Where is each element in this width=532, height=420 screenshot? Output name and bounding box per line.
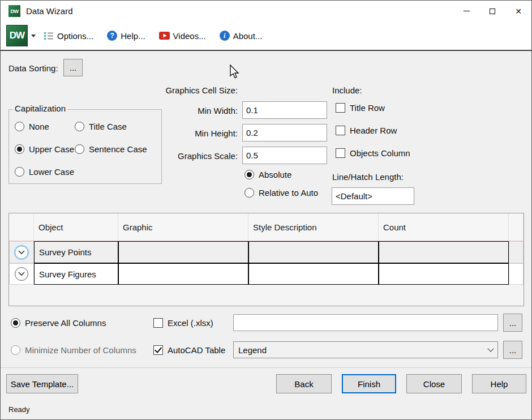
table-cell-object[interactable]: Survey Points [34, 241, 118, 263]
cap-sentence-case-label: Sentence Case [89, 144, 147, 154]
radio-circle [15, 144, 24, 154]
back-button[interactable]: Back [276, 374, 332, 393]
checkbox-title-row[interactable]: Title Row [336, 103, 385, 113]
radio-circle [15, 122, 24, 131]
title-row-label: Title Row [350, 103, 385, 113]
titlebar: DW Data Wizard [1, 1, 531, 22]
list-icon [44, 32, 54, 40]
radio-cap-lower-case[interactable]: Lower Case [15, 167, 74, 177]
cap-none-label: None [29, 122, 49, 131]
help-button-footer[interactable]: Help [472, 374, 526, 393]
close-dialog-button[interactable]: Close [406, 374, 462, 393]
table-cell-graphic[interactable] [118, 263, 248, 285]
table-row-expand-cell [9, 263, 34, 285]
videos-button[interactable]: Videos... [159, 31, 206, 41]
line-hatch-length-label: Line/Hatch Length: [332, 172, 404, 182]
radio-absolute[interactable]: Absolute [244, 170, 291, 179]
table-header-object: Object [34, 213, 118, 241]
data-sorting-browse-button[interactable]: ... [63, 59, 83, 76]
about-label: About... [233, 31, 263, 41]
minimize-button[interactable] [453, 1, 479, 22]
autocad-browse-button[interactable]: ... [503, 341, 522, 359]
min-height-input[interactable] [242, 124, 327, 142]
chevron-down-icon [18, 272, 25, 276]
save-template-button[interactable]: Save Template... [6, 374, 78, 393]
videos-label: Videos... [173, 31, 206, 41]
radio-minimize-number-of-columns[interactable]: Minimize Number of Columns [11, 345, 136, 355]
radio-relative-label: Relative to Auto [259, 188, 318, 198]
maximize-icon [490, 8, 495, 14]
table-header-expand [9, 213, 34, 241]
about-button[interactable]: About... [220, 31, 263, 41]
table-cell-style-description[interactable] [248, 241, 379, 263]
autocad-table-style-select[interactable]: Legend [233, 341, 498, 358]
options-button[interactable]: Options... [44, 31, 93, 41]
objects-column-label: Objects Column [350, 148, 410, 158]
table-cell-style-description[interactable] [248, 263, 379, 285]
minimize-icon [464, 11, 470, 11]
radio-cap-none[interactable]: None [15, 122, 49, 131]
table-cell-object[interactable]: Survey Figures [34, 263, 118, 285]
radio-preserve-all-columns[interactable]: Preserve All Columns [11, 318, 106, 328]
table-row-expand-cell [9, 241, 34, 263]
excel-label: Excel (.xlsx) [168, 318, 213, 328]
radio-circle [75, 122, 84, 131]
capitalization-group-label: Capitalization [12, 104, 68, 113]
excel-browse-button[interactable]: ... [503, 314, 522, 332]
table-cell-trailing [509, 241, 524, 263]
table-cell-graphic[interactable] [118, 241, 248, 263]
table-cell-count[interactable] [379, 263, 509, 285]
table-cell-trailing [509, 263, 524, 285]
radio-cap-upper-case[interactable]: Upper Case [15, 144, 74, 154]
objects-table: Object Graphic Style Description Count S… [8, 213, 524, 306]
capitalization-group: Capitalization None Title Case Upper Cas… [8, 109, 162, 184]
data-wizard-window: DW Data Wizard DW Options... Help... Vid… [0, 0, 532, 420]
logo-dropdown-icon[interactable] [31, 35, 36, 37]
table-header-style-description: Style Description [248, 213, 379, 241]
toolbar: DW Options... Help... Videos... About... [1, 22, 531, 51]
expand-row-button[interactable] [15, 246, 28, 259]
mouse-cursor [229, 65, 239, 79]
checkbox-objects-column[interactable]: Objects Column [336, 148, 410, 158]
radio-cap-title-case[interactable]: Title Case [75, 122, 127, 131]
radio-absolute-label: Absolute [259, 170, 291, 179]
graphics-scale-input[interactable] [242, 147, 327, 164]
radio-circle [11, 345, 20, 355]
help-button[interactable]: Help... [107, 31, 145, 41]
app-logo-button[interactable]: DW [6, 25, 28, 46]
checkbox-header-row[interactable]: Header Row [336, 126, 397, 135]
table-empty-area [9, 285, 524, 306]
table-cell-count[interactable] [379, 241, 509, 263]
maximize-button[interactable] [479, 1, 505, 22]
help-icon [107, 31, 117, 41]
graphics-cell-size-heading: Graphics Cell Size: [136, 85, 238, 95]
radio-circle [75, 144, 84, 154]
close-icon [515, 6, 522, 16]
finish-button[interactable]: Finish [342, 374, 396, 393]
radio-cap-sentence-case[interactable]: Sentence Case [75, 144, 147, 154]
radio-circle [244, 188, 254, 198]
radio-circle [15, 167, 24, 177]
radio-circle [11, 318, 20, 328]
min-width-input[interactable] [242, 101, 327, 119]
checkbox-box [153, 345, 163, 355]
checkbox-box [336, 103, 345, 113]
checkbox-excel[interactable]: Excel (.xlsx) [153, 318, 213, 328]
chevron-down-icon [487, 345, 494, 352]
table-header-graphic: Graphic [118, 213, 248, 241]
cap-title-case-label: Title Case [89, 122, 127, 131]
chevron-down-icon [18, 250, 25, 255]
app-icon: DW [8, 5, 20, 17]
expand-row-button[interactable] [15, 267, 28, 281]
options-label: Options... [57, 31, 93, 41]
header-row-label: Header Row [350, 126, 397, 135]
radio-relative-to-auto[interactable]: Relative to Auto [244, 188, 318, 198]
excel-path-input[interactable] [233, 314, 498, 331]
close-button[interactable] [505, 1, 531, 22]
checkbox-autocad-table[interactable]: AutoCAD Table [153, 345, 225, 355]
table-header-trailing [509, 213, 524, 241]
status-text: Ready [8, 405, 30, 414]
table-header-count: Count [379, 213, 509, 241]
line-hatch-length-input[interactable] [332, 187, 414, 205]
data-sorting-label: Data Sorting: [8, 63, 58, 73]
